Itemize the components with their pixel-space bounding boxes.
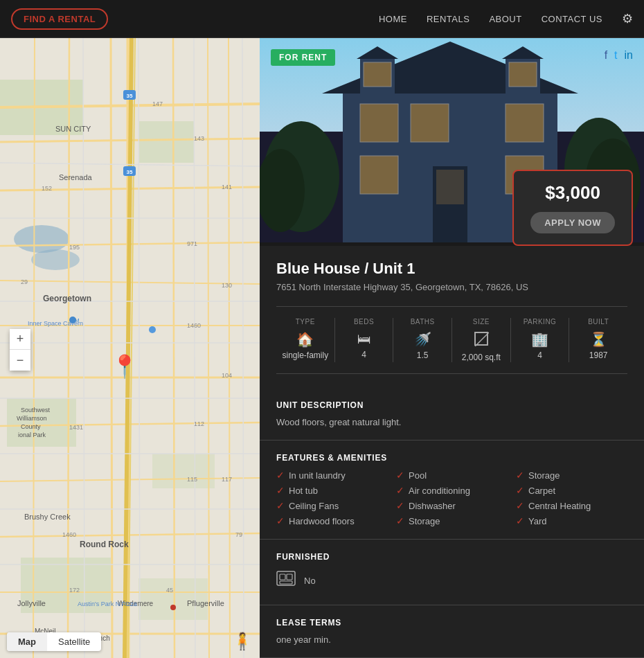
svg-text:1460: 1460 [62,531,76,538]
nav-about[interactable]: ABOUT [489,14,521,24]
furnished-value: No [304,576,316,586]
svg-text:Southwest: Southwest [21,407,51,414]
lease-section: LEASE TERMS one year min. [260,605,644,658]
svg-text:115: 115 [187,476,197,483]
price-card: $3,000 APPLY NOW [512,170,633,246]
furnished-section: FURNISHED No [260,540,644,605]
svg-text:35: 35 [127,169,133,175]
lease-text: one year min. [276,634,627,645]
spec-baths-value: 1.5 [399,350,446,360]
spec-built: BUILT ⏳ 1987 [569,318,627,362]
furnished-title: FURNISHED [276,552,627,562]
for-rent-badge: FOR RENT [271,49,335,66]
spec-size: SIZE 2,000 sq.ft [452,318,511,362]
svg-text:29: 29 [21,278,28,285]
svg-text:Jollyville: Jollyville [17,599,46,607]
settings-icon[interactable]: ⚙ [622,11,633,26]
navbar: FIND A RENTAL HOME RENTALS ABOUT CONTACT… [0,0,644,38]
svg-rect-3 [7,398,76,447]
map-location-pin[interactable]: 📍 [111,353,138,380]
svg-text:Round Rock: Round Rock [80,540,129,549]
svg-text:Williamson: Williamson [17,415,47,422]
twitter-icon[interactable]: t [614,49,617,62]
facebook-icon[interactable]: f [605,49,607,62]
amenity-label-6: Dishwasher [409,501,456,511]
amenity-0: ✓ In unit laundry [276,470,388,481]
svg-rect-91 [411,104,449,142]
svg-rect-92 [506,104,544,142]
amenity-8: ✓ Storage [516,470,627,481]
amenity-4: ✓ Pool [396,470,508,481]
pegman-icon[interactable]: 🧍 [232,632,253,651]
spec-beds-icon: 🛏 [341,331,388,347]
svg-text:1460: 1460 [187,322,201,329]
map-type-bar: Map Satellite [7,632,101,651]
svg-text:172: 172 [69,587,80,594]
spec-parking-label: PARKING [517,318,564,326]
amenities-grid: ✓ In unit laundry ✓ Pool ✓ Storage ✓ Hot… [276,470,627,526]
lease-title: LEASE TERMS [276,618,627,628]
find-rental-button[interactable]: FIND A RENTAL [11,8,108,30]
linkedin-icon[interactable]: in [625,49,633,62]
svg-rect-109 [280,581,292,584]
amenity-label-8: Storage [528,470,560,481]
amenity-9: ✓ Carpet [516,485,627,496]
svg-rect-107 [280,574,285,580]
amenity-label-2: Ceiling Fans [289,501,339,511]
svg-text:147: 147 [152,100,163,107]
check-icon-1: ✓ [276,485,285,496]
amenity-label-5: Air conditioning [409,486,470,496]
amenity-3: ✓ Hardwood floors [276,515,388,526]
svg-point-7 [14,225,69,253]
nav-home[interactable]: HOME [379,14,407,24]
map-panel[interactable]: 35 35 147 143 141 152 971 195 29 130 146… [0,38,260,658]
svg-point-8 [31,249,80,270]
nav-contact[interactable]: CONTACT US [542,14,602,24]
svg-text:35: 35 [127,93,133,99]
description-title: UNIT DESCRIPTION [276,400,627,410]
property-details: Blue House / Unit 1 7651 North Interstat… [260,246,644,388]
spec-parking-value: 4 [517,350,564,360]
svg-text:104: 104 [222,372,232,379]
description-section: UNIT DESCRIPTION Wood floors, great natu… [260,388,644,441]
price-amount: $3,000 [530,182,615,204]
svg-text:Brushy Creek: Brushy Creek [24,513,71,521]
main-layout: 35 35 147 143 141 152 971 195 29 130 146… [0,38,644,658]
nav-rentals[interactable]: RENTALS [427,14,470,24]
amenity-1: ✓ Hot tub [276,485,388,496]
svg-rect-93 [360,156,398,194]
right-panel: FOR RENT f t in $3,000 APPLY NOW Blue Ho… [260,38,644,658]
amenity-10: ✓ Central Heating [516,500,627,511]
zoom-out-button[interactable]: − [10,350,30,371]
svg-text:Georgetown: Georgetown [43,294,91,303]
svg-text:ional Park: ional Park [18,432,46,438]
check-icon-6: ✓ [396,500,404,511]
property-title: Blue House / Unit 1 [276,260,627,278]
map-type-satellite[interactable]: Satellite [47,632,101,651]
svg-rect-4 [152,454,215,488]
spec-type-value: single-family [282,350,329,360]
zoom-in-button[interactable]: + [10,329,30,350]
svg-text:79: 79 [235,531,242,538]
property-address: 7651 North Interstate Highway 35, George… [276,282,627,292]
map-zoom-controls: + − [10,329,30,371]
spec-parking: PARKING 🏢 4 [511,318,570,362]
apply-now-button[interactable]: APPLY NOW [530,212,615,233]
svg-marker-89 [502,46,544,59]
social-icons: f t in [605,49,633,62]
svg-text:SUN CITY: SUN CITY [55,125,91,133]
check-icon-5: ✓ [396,485,404,496]
map-type-map[interactable]: Map [7,632,47,651]
specs-row: TYPE 🏠 single-family BEDS 🛏 4 BATHS 🚿 1.… [276,306,627,374]
check-icon-2: ✓ [276,500,285,511]
svg-rect-2 [138,121,194,163]
amenity-label-4: Pool [409,470,427,481]
check-icon-8: ✓ [516,470,524,481]
check-icon-3: ✓ [276,515,285,526]
amenity-label-1: Hot tub [289,486,318,496]
svg-text:45: 45 [166,587,173,594]
spec-type-label: TYPE [282,318,329,326]
svg-rect-98 [509,62,537,87]
spec-beds-label: BEDS [341,318,388,326]
spec-beds: BEDS 🛏 4 [335,318,394,362]
